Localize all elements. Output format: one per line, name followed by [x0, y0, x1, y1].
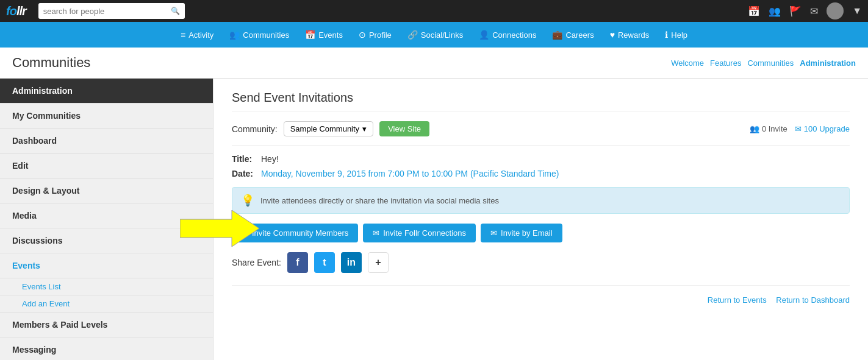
nav-help[interactable]: ℹ Help — [659, 26, 694, 43]
nav-connections[interactable]: 👤 Connections — [473, 26, 542, 43]
linkedin-share-button[interactable]: in — [341, 252, 362, 273]
title-value: Hey! — [261, 154, 279, 164]
lightbulb-icon: 💡 — [241, 194, 254, 207]
share-row: Share Event: f t in + — [232, 252, 850, 273]
sidebar-item-discussions[interactable]: Discussions — [0, 228, 213, 253]
main-content: Send Event Invitations Community: Sample… — [213, 79, 868, 360]
sidebar: Administration My Communities Dashboard … — [0, 79, 213, 360]
section-title: Send Event Invitations — [232, 91, 850, 111]
people-icon: 👥 — [750, 124, 759, 133]
community-label: Community: — [232, 124, 278, 134]
search-input[interactable] — [43, 7, 171, 16]
envelope-icon-2: ✉ — [373, 228, 379, 238]
community-row: Community: Sample Community ▾ View Site … — [232, 121, 850, 146]
invite-community-button[interactable]: ✉ Invite Community Members — [232, 224, 358, 242]
sidebar-item-events-list[interactable]: Events List — [0, 278, 213, 295]
avatar[interactable] — [827, 2, 844, 19]
events-icon: 📅 — [305, 30, 315, 40]
flag-icon[interactable]: 🚩 — [789, 5, 802, 17]
return-events-link[interactable]: Return to Events — [708, 295, 767, 305]
title-label: Title: — [232, 154, 256, 164]
breadcrumb-communities[interactable]: Communities — [747, 58, 794, 68]
search-icon: 🔍 — [171, 7, 180, 15]
invite-buttons-row: ✉ Invite Community Members ✉ Invite Foll… — [232, 224, 850, 242]
mail-small-icon: ✉ — [795, 124, 802, 133]
users-icon[interactable]: 👥 — [769, 5, 781, 17]
nav-careers[interactable]: 💼 Careers — [546, 26, 600, 43]
connections-icon: 👤 — [479, 30, 489, 40]
share-label: Share Event: — [232, 258, 281, 267]
breadcrumb-administration[interactable]: Administration — [800, 58, 856, 68]
nav-social-links[interactable]: 🔗 Social/Links — [401, 26, 469, 43]
invite-count: 👥 0 Invite — [750, 124, 787, 133]
nav-profile[interactable]: ⊙ Profile — [353, 26, 398, 43]
event-date-row: Date: Monday, November 9, 2015 from 7:00… — [232, 169, 850, 178]
twitter-share-button[interactable]: t — [314, 252, 335, 273]
logo[interactable]: follr — [6, 4, 26, 18]
breadcrumb-welcome[interactable]: Welcome — [671, 58, 704, 68]
invite-follr-button[interactable]: ✉ Invite Follr Connections — [363, 224, 476, 242]
envelope-icon-3: ✉ — [490, 228, 497, 238]
return-dashboard-link[interactable]: Return to Dashboard — [776, 295, 850, 305]
search-box[interactable]: 🔍 — [38, 3, 185, 19]
sidebar-item-members-paid[interactable]: Members & Paid Levels — [0, 312, 213, 337]
breadcrumb-features[interactable]: Features — [710, 58, 741, 68]
careers-icon: 💼 — [552, 30, 562, 40]
rewards-icon: ♥ — [610, 30, 615, 40]
upgrade-link[interactable]: ✉ 100 Upgrade — [795, 124, 850, 133]
date-label: Date: — [232, 169, 256, 178]
calendar-icon[interactable]: 📅 — [748, 5, 760, 17]
mail-icon[interactable]: ✉ — [810, 5, 818, 17]
community-select[interactable]: Sample Community ▾ — [284, 121, 373, 136]
chevron-icon: ▾ — [362, 124, 367, 133]
nav-rewards[interactable]: ♥ Rewards — [604, 26, 656, 43]
nav-activity[interactable]: ≡ Activity — [174, 26, 220, 43]
view-site-button[interactable]: View Site — [379, 121, 429, 136]
community-right: 👥 0 Invite ✉ 100 Upgrade — [750, 124, 850, 133]
help-icon: ℹ — [665, 30, 668, 40]
sidebar-item-events[interactable]: Events — [0, 253, 213, 278]
sidebar-item-media[interactable]: Media — [0, 203, 213, 228]
info-box: 💡 Invite attendees directly or share the… — [232, 187, 850, 214]
page-title: Communities — [12, 55, 90, 71]
sidebar-item-dashboard[interactable]: Dashboard — [0, 129, 213, 154]
invite-email-button[interactable]: ✉ Invite by Email — [481, 224, 562, 242]
sidebar-item-edit[interactable]: Edit — [0, 154, 213, 178]
social-links-icon: 🔗 — [407, 30, 418, 40]
breadcrumb: Welcome Features Communities Administrat… — [671, 58, 856, 68]
activity-icon: ≡ — [181, 30, 185, 40]
info-text: Invite attendees directly or share the i… — [260, 196, 499, 205]
nav-bar: ≡ Activity 👥 Communities 📅 Events ⊙ Prof… — [0, 22, 868, 48]
sidebar-item-design-layout[interactable]: Design & Layout — [0, 178, 213, 203]
google-share-button[interactable]: + — [368, 252, 389, 273]
top-bar: follr 🔍 📅 👥 🚩 ✉ ▼ — [0, 0, 868, 22]
sidebar-item-add-event[interactable]: Add an Event — [0, 295, 213, 312]
dropdown-icon[interactable]: ▼ — [852, 5, 862, 16]
sidebar-item-messaging[interactable]: Messaging — [0, 337, 213, 360]
envelope-icon-1: ✉ — [242, 228, 248, 238]
date-value: Monday, November 9, 2015 from 7:00 PM to… — [261, 169, 559, 178]
nav-events[interactable]: 📅 Events — [299, 26, 349, 43]
nav-communities[interactable]: 👥 Communities — [223, 26, 295, 43]
sidebar-item-administration[interactable]: Administration — [0, 79, 213, 104]
return-links: Return to Events Return to Dashboard — [232, 285, 850, 305]
sidebar-item-my-communities[interactable]: My Communities — [0, 104, 213, 129]
profile-icon: ⊙ — [359, 30, 366, 40]
page-header: Communities Welcome Features Communities… — [0, 48, 868, 79]
communities-icon: 👥 — [229, 30, 240, 40]
layout: Administration My Communities Dashboard … — [0, 79, 868, 360]
top-bar-right: 📅 👥 🚩 ✉ ▼ — [748, 2, 862, 19]
facebook-share-button[interactable]: f — [287, 252, 308, 273]
community-left: Community: Sample Community ▾ View Site — [232, 121, 429, 136]
event-title-row: Title: Hey! — [232, 154, 850, 164]
